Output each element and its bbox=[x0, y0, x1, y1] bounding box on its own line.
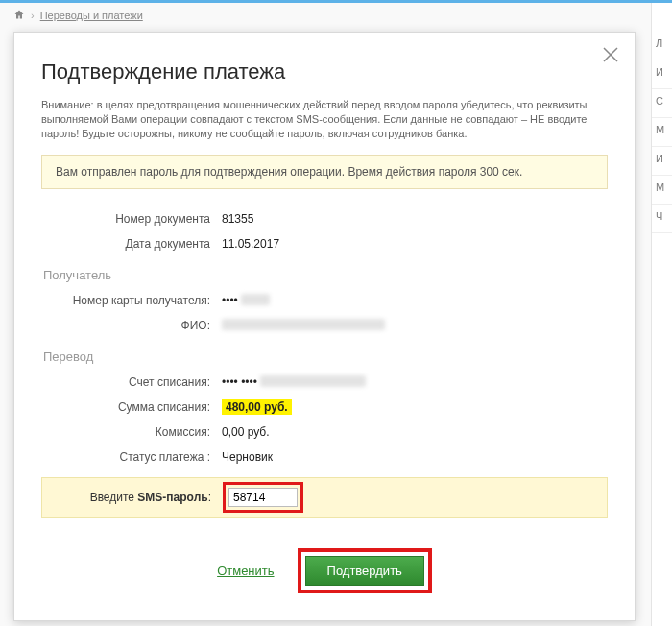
value: x bbox=[222, 319, 608, 332]
value: •••• •••• x bbox=[222, 375, 608, 389]
field-doc-number: Номер документа 81355 bbox=[41, 206, 608, 231]
breadcrumb-separator: › bbox=[31, 10, 35, 21]
value: 81355 bbox=[222, 212, 608, 226]
field-debit-account: Счет списания: •••• •••• x bbox=[41, 370, 608, 395]
label: ФИО: bbox=[41, 319, 222, 332]
confirm-button[interactable]: Подтвердить bbox=[305, 556, 424, 586]
right-sidebar: Л И С М И М Ч bbox=[651, 3, 672, 626]
modal-title: Подтверждение платежа bbox=[41, 60, 608, 84]
sidebar-stub: Л bbox=[652, 32, 672, 60]
home-icon[interactable] bbox=[13, 9, 25, 22]
sidebar-stub: М bbox=[652, 118, 672, 147]
label: Комиссия: bbox=[41, 425, 222, 439]
sms-password-row: Введите SMS-пароль: bbox=[41, 477, 608, 518]
label: Номер документа bbox=[41, 212, 222, 226]
field-fee: Комиссия: 0,00 руб. bbox=[41, 420, 608, 445]
payment-confirmation-modal: Подтверждение платежа Внимание: в целях … bbox=[13, 32, 636, 621]
field-doc-date: Дата документа 11.05.2017 bbox=[41, 231, 608, 256]
field-amount: Сумма списания: 480,00 руб. bbox=[41, 395, 608, 420]
value: 480,00 руб. bbox=[222, 400, 608, 414]
sms-sent-alert: Вам отправлен пароль для подтверждения о… bbox=[41, 155, 608, 189]
label: Номер карты получателя: bbox=[41, 294, 222, 307]
label: Сумма списания: bbox=[41, 400, 222, 414]
value: Черновик bbox=[222, 450, 608, 464]
value: •••• x bbox=[222, 294, 608, 307]
breadcrumb-link[interactable]: Переводы и платежи bbox=[40, 10, 143, 21]
field-recipient-fio: ФИО: x bbox=[41, 313, 608, 338]
label: Счет списания: bbox=[41, 375, 222, 389]
sms-password-input[interactable] bbox=[228, 488, 298, 507]
breadcrumb: › Переводы и платежи bbox=[0, 3, 672, 26]
sidebar-stub: И bbox=[652, 60, 672, 89]
field-recipient-card: Номер карты получателя: •••• x bbox=[41, 288, 608, 313]
sidebar-stub: И bbox=[652, 147, 672, 176]
field-status: Статус платежа : Черновик bbox=[41, 445, 608, 470]
modal-actions: Отменить Подтвердить bbox=[41, 548, 608, 593]
cancel-button[interactable]: Отменить bbox=[217, 564, 274, 578]
section-recipient: Получатель bbox=[43, 268, 608, 282]
sms-input-highlight bbox=[223, 482, 303, 513]
value: 0,00 руб. bbox=[222, 425, 608, 439]
label: Статус платежа : bbox=[41, 450, 222, 464]
confirm-highlight: Подтвердить bbox=[298, 548, 432, 593]
sidebar-stub: Ч bbox=[652, 205, 672, 233]
sidebar-stub: М bbox=[652, 176, 672, 205]
value: 11.05.2017 bbox=[222, 237, 608, 251]
label: Дата документа bbox=[41, 237, 222, 251]
close-icon[interactable] bbox=[600, 44, 621, 65]
warning-text: Внимание: в целях предотвращения мошенни… bbox=[41, 98, 608, 141]
sidebar-stub: С bbox=[652, 89, 672, 118]
section-transfer: Перевод bbox=[43, 349, 608, 364]
sms-label: Введите SMS-пароль: bbox=[42, 491, 223, 504]
